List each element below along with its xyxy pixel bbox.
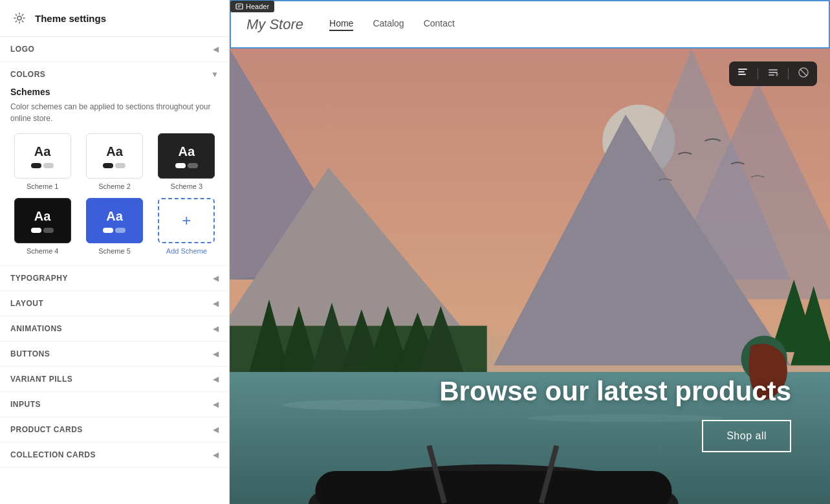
scheme-5-toggles (103, 228, 126, 233)
scheme-2-toggles (103, 163, 126, 168)
layout-section[interactable]: LAYOUT ◀ (0, 291, 229, 316)
variant-pills-label: VARIANT PILLS (10, 375, 72, 384)
schemes-description: Color schemes can be applied to sections… (10, 101, 219, 124)
logo-label: LOGO (10, 45, 34, 54)
layout-label: LAYOUT (10, 299, 43, 308)
collection-cards-label: COLLECTION CARDS (10, 450, 96, 459)
toolbar-list-icon[interactable] (767, 67, 779, 81)
scheme-1-aa: Aa (34, 144, 51, 159)
header-badge-icon (235, 3, 243, 10)
hero-section: Browse our latest products Shop all (230, 49, 830, 504)
svg-line-35 (800, 69, 807, 76)
scheme-2-name: Scheme 2 (98, 182, 131, 190)
toolbar-separator-1 (758, 68, 758, 80)
scheme-4-aa: Aa (34, 209, 51, 224)
scheme-3-card[interactable]: Aa Scheme 3 (155, 133, 219, 190)
svg-rect-30 (738, 74, 746, 75)
add-scheme-box: + (158, 198, 215, 243)
scheme-3-box: Aa (158, 133, 215, 179)
scheme-5-aa: Aa (106, 209, 123, 224)
editor-toolbar (729, 61, 817, 86)
add-scheme-label: Add Scheme (166, 247, 207, 255)
schemes-grid: Aa Scheme 1 Aa (10, 133, 219, 255)
scheme-4-toggles (31, 228, 54, 233)
scheme-2-toggle-2 (115, 163, 126, 168)
scheme-3-name: Scheme 3 (171, 182, 203, 190)
theme-settings-panel: Theme settings LOGO ◀ COLORS ▼ Schemes C… (0, 0, 230, 504)
product-cards-label: PRODUCT CARDS (10, 425, 83, 434)
nav-catalog[interactable]: Catalog (373, 18, 404, 31)
preview-panel: Header My Store Home Catalog Contact (230, 0, 830, 504)
hero-title: Browse our latest products (439, 376, 791, 407)
logo-chevron-icon: ◀ (213, 45, 219, 54)
scheme-3-aa: Aa (179, 144, 195, 159)
scheme-1-card[interactable]: Aa Scheme 1 (10, 133, 74, 190)
layout-chevron-icon: ◀ (213, 299, 219, 308)
store-nav: Home Catalog Contact (329, 18, 455, 31)
nav-contact[interactable]: Contact (424, 18, 455, 31)
header-badge: Header (230, 1, 274, 12)
typography-chevron-icon: ◀ (213, 274, 219, 283)
store-name: My Store (246, 16, 303, 33)
scheme-5-box: Aa (86, 198, 143, 243)
product-cards-section[interactable]: PRODUCT CARDS ◀ (0, 417, 229, 443)
svg-rect-31 (769, 69, 778, 71)
scheme-4-card[interactable]: Aa Scheme 4 (10, 198, 74, 255)
scheme-2-toggle-1 (103, 163, 113, 168)
svg-rect-29 (738, 71, 745, 72)
toolbar-disable-icon[interactable] (798, 67, 809, 81)
inputs-chevron-icon: ◀ (213, 400, 219, 409)
panel-title: Theme settings (35, 13, 106, 24)
add-scheme-card[interactable]: + Add Scheme (155, 198, 219, 255)
scheme-2-card[interactable]: Aa Scheme 2 (82, 133, 146, 190)
toolbar-text-icon[interactable] (737, 67, 748, 81)
typography-label: TYPOGRAPHY (10, 274, 68, 283)
colors-section: COLORS ▼ Schemes Color schemes can be ap… (0, 62, 229, 266)
colors-label: COLORS (10, 70, 45, 79)
scheme-3-toggle-1 (175, 163, 186, 168)
toggle-dot-1 (31, 163, 41, 168)
svg-rect-1 (236, 4, 243, 9)
panel-body: LOGO ◀ COLORS ▼ Schemes Color schemes ca… (0, 37, 229, 504)
collection-cards-chevron-icon: ◀ (213, 450, 219, 459)
animations-section[interactable]: ANIMATIONS ◀ (0, 316, 229, 342)
product-cards-chevron-icon: ◀ (213, 425, 219, 434)
panel-header: Theme settings (0, 0, 229, 37)
scheme-4-toggle-2 (43, 228, 54, 233)
scheme-1-box: Aa (14, 133, 71, 179)
settings-icon (10, 9, 28, 27)
typography-section[interactable]: TYPOGRAPHY ◀ (0, 266, 229, 291)
buttons-section[interactable]: BUTTONS ◀ (0, 342, 229, 367)
scheme-1-name: Scheme 1 (27, 182, 59, 190)
scheme-3-toggles (175, 163, 198, 168)
scheme-5-card[interactable]: Aa Scheme 5 (82, 198, 146, 255)
hero-content: Browse our latest products Shop all (439, 376, 791, 452)
logo-section[interactable]: LOGO ◀ (0, 37, 229, 62)
toolbar-separator-2 (788, 68, 789, 80)
scheme-4-toggle-1 (31, 228, 41, 233)
schemes-title: Schemes (10, 87, 219, 97)
header-badge-label: Header (246, 3, 269, 10)
add-scheme-plus-icon: + (182, 212, 191, 230)
buttons-chevron-icon: ◀ (213, 349, 219, 358)
scheme-1-toggles (31, 163, 54, 168)
scheme-3-toggle-2 (188, 163, 198, 168)
toggle-dot-2 (43, 163, 54, 168)
svg-rect-28 (738, 69, 747, 70)
colors-header[interactable]: COLORS ▼ (10, 62, 219, 84)
collection-cards-section[interactable]: COLLECTION CARDS ◀ (0, 443, 229, 468)
shop-all-button[interactable]: Shop all (702, 420, 791, 452)
inputs-label: INPUTS (10, 400, 41, 409)
scheme-2-box: Aa (86, 133, 143, 179)
animations-chevron-icon: ◀ (213, 324, 219, 333)
nav-home[interactable]: Home (329, 18, 353, 31)
animations-label: ANIMATIONS (10, 324, 62, 333)
colors-dropdown-icon: ▼ (211, 70, 219, 79)
scheme-2-aa: Aa (106, 144, 123, 159)
inputs-section[interactable]: INPUTS ◀ (0, 392, 229, 417)
scheme-4-box: Aa (14, 198, 71, 243)
svg-point-21 (282, 400, 441, 410)
store-header: Header My Store Home Catalog Contact (230, 0, 830, 49)
variant-pills-section[interactable]: VARIANT PILLS ◀ (0, 367, 229, 392)
buttons-label: BUTTONS (10, 349, 50, 358)
